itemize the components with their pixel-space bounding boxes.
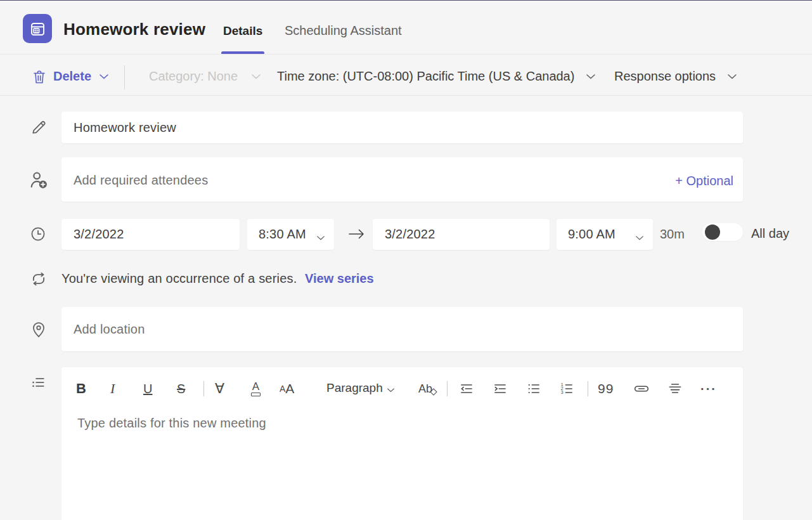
meeting-title-value: Homework review xyxy=(74,120,176,135)
page-title: Homework review xyxy=(63,20,205,39)
start-time-chevron-icon xyxy=(316,232,325,244)
window-top-edge xyxy=(0,0,812,1)
insert-link-button[interactable] xyxy=(633,379,650,399)
tab-scheduling-assistant[interactable]: Scheduling Assistant xyxy=(285,23,402,38)
attendees-input[interactable]: Add required attendees + Optional xyxy=(61,157,743,202)
start-date-value: 3/2/2022 xyxy=(74,227,124,242)
add-optional-attendees-link[interactable]: + Optional xyxy=(675,174,733,188)
font-size-large-glyph: A xyxy=(285,381,294,396)
command-bar-separator xyxy=(0,95,812,96)
editor-toolbar-divider xyxy=(588,381,588,396)
underline-button[interactable]: U xyxy=(143,379,152,399)
more-options-button[interactable]: ··· xyxy=(700,379,717,399)
bulleted-list-button[interactable] xyxy=(525,379,542,399)
tab-details[interactable]: Details xyxy=(223,24,262,38)
numbered-list-button[interactable]: 1 2 3 xyxy=(558,379,575,399)
strikethrough-button[interactable]: S xyxy=(177,379,185,399)
editor-toolbar-divider xyxy=(203,381,204,396)
clear-formatting-button[interactable]: Ab xyxy=(418,379,436,399)
delete-button[interactable]: Delete xyxy=(53,69,91,84)
increase-indent-icon[interactable] xyxy=(492,379,508,399)
end-date-input[interactable]: 3/2/2022 xyxy=(373,219,550,250)
category-chevron-icon xyxy=(251,74,261,80)
all-day-toggle-knob xyxy=(705,224,720,240)
view-series-link[interactable]: View series xyxy=(305,271,374,286)
font-size-button[interactable]: AA xyxy=(280,379,294,399)
timezone-button[interactable]: Time zone: (UTC-08:00) Pacific Time (US … xyxy=(277,69,574,84)
calendar-icon xyxy=(23,14,52,43)
editor-toolbar-divider xyxy=(447,381,448,396)
end-time-chevron xyxy=(635,232,644,238)
recurrence-icon xyxy=(29,270,49,291)
duration-label: 30m xyxy=(660,227,685,242)
italic-button[interactable]: I xyxy=(110,379,115,399)
start-date-input[interactable]: 3/2/2022 xyxy=(61,219,240,250)
paragraph-style-dropdown[interactable]: Paragraph xyxy=(326,381,383,395)
timezone-chevron-icon[interactable] xyxy=(586,74,596,80)
blockquote-button[interactable]: 99 xyxy=(598,379,614,399)
series-occurrence-message: You're viewing an occurrence of a series… xyxy=(61,271,297,286)
meeting-title-input[interactable]: Homework review xyxy=(61,112,743,143)
attendees-placeholder: Add required attendees xyxy=(74,173,208,188)
decrease-indent-icon[interactable] xyxy=(458,379,475,399)
category-button: Category: None xyxy=(149,69,238,84)
person-add-icon xyxy=(28,169,49,193)
font-color-button[interactable]: A xyxy=(251,379,261,399)
delete-chevron-icon[interactable] xyxy=(99,74,109,80)
horizontal-rule-button[interactable] xyxy=(667,379,683,399)
start-time-value: 8:30 AM xyxy=(259,227,306,242)
all-day-toggle[interactable] xyxy=(702,223,743,241)
clock-icon xyxy=(29,225,47,245)
highlight-button[interactable]: ∀ xyxy=(215,379,224,399)
response-options-chevron-icon[interactable] xyxy=(727,74,737,80)
arrow-right-icon xyxy=(347,226,366,245)
location-pin-icon xyxy=(30,320,48,342)
clear-formatting-glyph: Ab xyxy=(418,382,432,396)
end-time-value: 9:00 AM xyxy=(568,227,615,242)
trash-icon[interactable] xyxy=(32,69,47,88)
paragraph-chevron-icon[interactable] xyxy=(387,384,395,396)
location-placeholder: Add location xyxy=(74,322,145,337)
header-separator xyxy=(0,54,812,55)
command-bar-divider xyxy=(124,65,125,89)
response-options-button[interactable]: Response options xyxy=(614,69,716,84)
agenda-icon xyxy=(29,374,48,394)
editor-placeholder: Type details for this new meeting xyxy=(77,416,266,431)
font-color-bar xyxy=(251,393,261,396)
end-date-value: 3/2/2022 xyxy=(385,227,435,242)
end-time-dropdown[interactable]: 9:00 AM xyxy=(557,219,653,250)
bold-button[interactable]: B xyxy=(76,379,86,399)
font-size-small-glyph: A xyxy=(280,384,285,394)
svg-text:3: 3 xyxy=(561,390,564,394)
font-color-glyph: A xyxy=(252,382,259,391)
all-day-label: All day xyxy=(751,226,789,241)
start-time-dropdown[interactable]: 8:30 AM xyxy=(247,219,334,250)
pencil-icon xyxy=(30,119,48,139)
location-input[interactable]: Add location xyxy=(61,307,743,351)
meeting-details-page: Homework review Details Scheduling Assis… xyxy=(0,0,812,520)
